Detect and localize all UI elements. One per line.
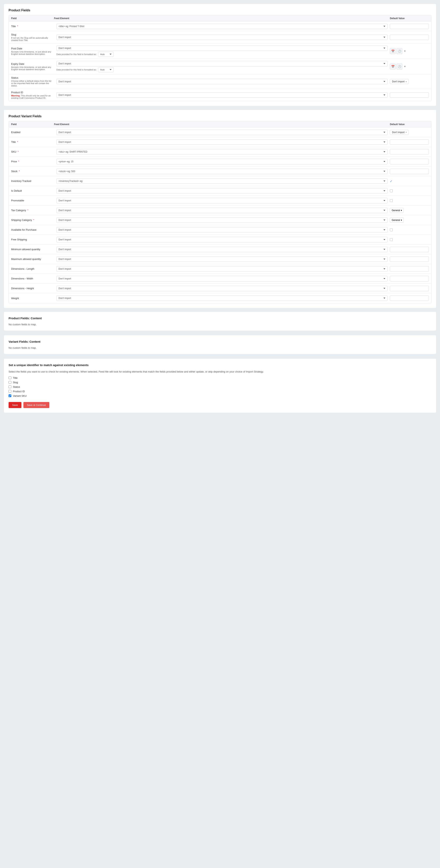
feed-select-max-qty[interactable]: Don't import — [56, 256, 387, 262]
uid-checkbox-slug[interactable] — [8, 381, 11, 384]
feed-element-shippingcategory[interactable]: Don't import — [54, 217, 390, 223]
feed-select-free-shipping[interactable]: Don't import — [56, 237, 387, 242]
feed-element-isdefault[interactable]: Don't import — [54, 188, 390, 194]
feed-select-weight[interactable]: Don't import — [56, 296, 387, 301]
shippingcategory-dropdown-btn[interactable]: General ▾ — [390, 218, 404, 223]
variant-header-field: Field — [11, 123, 54, 126]
product-fields-title: Product Fields — [8, 8, 432, 12]
default-value-promotable — [390, 199, 429, 202]
default-input-min-qty[interactable] — [390, 247, 429, 252]
enabled-dropdown-btn[interactable]: Don't import ▾ — [390, 130, 409, 135]
checkbox-free-shipping[interactable] — [390, 238, 393, 241]
clock-btn-expirydate[interactable]: 🕐 — [397, 64, 402, 69]
feed-select-productid[interactable]: Don't import — [56, 92, 387, 98]
default-input-title[interactable] — [390, 24, 429, 29]
feed-element-min-qty[interactable]: Don't import — [54, 247, 390, 252]
feed-element-postdate[interactable]: Don't import Data provided for this fiel… — [54, 45, 390, 57]
feed-select-status[interactable]: Don't import — [56, 79, 387, 84]
checkbox-promotable[interactable] — [390, 199, 393, 202]
feed-select-slug[interactable]: Don't import — [56, 35, 387, 40]
taxcategory-dropdown-btn[interactable]: General ▾ — [390, 208, 404, 213]
feed-element-max-qty[interactable]: Don't import — [54, 256, 390, 262]
variant-fields-content-no-fields: No custom fields to map. — [8, 346, 432, 349]
clear-btn-postdate[interactable]: × — [403, 49, 406, 53]
product-fields-content-no-fields: No custom fields to map. — [8, 323, 432, 326]
uid-checkbox-status[interactable] — [8, 385, 11, 388]
feed-select-dim-width[interactable]: Don't import — [56, 276, 387, 281]
table-row: Free Shipping Don't import — [9, 235, 431, 245]
feed-select-enabled[interactable]: Don't import — [56, 130, 387, 135]
default-input-productid[interactable] — [390, 92, 429, 98]
feed-select-shippingcategory[interactable]: Don't import — [56, 217, 387, 223]
feed-element-sku[interactable]: <sku> eg: SHIRT-PRINTED Don't import — [54, 149, 390, 155]
date-format-select-postdate[interactable]: Auto Unix Custom — [98, 52, 114, 57]
feed-select-stock[interactable]: <stock> eg: 500 Don't import — [56, 168, 387, 174]
feed-element-productid[interactable]: Don't import — [54, 92, 390, 98]
default-value-sku — [390, 149, 429, 155]
status-dropdown-btn[interactable]: Don't import ▾ — [390, 79, 409, 84]
feed-select-dim-height[interactable]: Don't import — [56, 286, 387, 291]
feed-element-expirydate[interactable]: Don't import Data provided for this fiel… — [54, 61, 390, 72]
save-button[interactable]: Save — [8, 402, 22, 408]
feed-select-dim-length[interactable]: Don't import — [56, 266, 387, 272]
feed-select-available-purchase[interactable]: Don't import — [56, 227, 387, 232]
list-item: Status — [8, 385, 432, 388]
date-format-select-expirydate[interactable]: Auto Unix Custom — [98, 67, 114, 72]
feed-select-inventory-tracked[interactable]: <inventoryTracked> eg: Don't import — [56, 178, 387, 184]
shippingcategory-label: General — [392, 219, 400, 221]
field-label-shippingcategory: Shipping Category * — [11, 219, 54, 221]
feed-select-expirydate[interactable]: Don't import — [56, 61, 387, 66]
uid-checkbox-variantsku[interactable] — [8, 394, 11, 397]
save-continue-button[interactable]: Save & Continue — [24, 402, 49, 408]
checkbox-isdefault[interactable] — [390, 189, 393, 192]
clock-btn-postdate[interactable]: 🕐 — [397, 48, 402, 54]
feed-element-free-shipping[interactable]: Don't import — [54, 237, 390, 242]
calendar-btn-expirydate[interactable]: 📅 — [390, 64, 396, 69]
feed-element-dim-length[interactable]: Don't import — [54, 266, 390, 272]
feed-element-enabled[interactable]: Don't import — [54, 130, 390, 135]
feed-select-promotable[interactable]: Don't import — [56, 198, 387, 203]
feed-element-weight[interactable]: Don't import — [54, 296, 390, 301]
default-input-sku[interactable] — [390, 149, 429, 155]
feed-select-min-qty[interactable]: Don't import — [56, 247, 387, 252]
feed-element-slug[interactable]: Don't import — [54, 35, 390, 40]
feed-select-variant-title[interactable]: Don't import — [56, 140, 387, 145]
default-value-expirydate: 📅 🕐 × — [390, 64, 429, 69]
default-input-slug[interactable] — [390, 35, 429, 40]
feed-select-isdefault[interactable]: Don't import — [56, 188, 387, 194]
feed-select-title[interactable]: <title> eg: Printed T-Shirt Don't import — [56, 24, 387, 29]
checkbox-available-purchase[interactable] — [390, 228, 393, 231]
uid-checkbox-productid[interactable] — [8, 390, 11, 393]
calendar-btn-postdate[interactable]: 📅 — [390, 48, 396, 54]
feed-select-sku[interactable]: <sku> eg: SHIRT-PRINTED Don't import — [56, 149, 387, 155]
feed-select-price[interactable]: <price> eg: 15 Don't import — [56, 159, 387, 164]
feed-element-available-purchase[interactable]: Don't import — [54, 227, 390, 232]
field-label-status: Status Choose either a default status fr… — [11, 76, 54, 87]
default-input-variant-title[interactable] — [390, 140, 429, 145]
field-label-inventory-tracked: Inventory Tracked — [11, 180, 54, 182]
default-input-dim-length[interactable] — [390, 266, 429, 272]
chevron-down-icon: ▾ — [401, 219, 402, 221]
default-input-dim-height[interactable] — [390, 286, 429, 291]
default-input-price[interactable] — [390, 159, 429, 164]
feed-element-promotable[interactable]: Don't import — [54, 198, 390, 203]
feed-element-inventory-tracked[interactable]: <inventoryTracked> eg: Don't import — [54, 178, 390, 184]
feed-element-variant-title[interactable]: Don't import — [54, 140, 390, 145]
feed-element-price[interactable]: <price> eg: 15 Don't import — [54, 159, 390, 164]
feed-element-taxcategory[interactable]: Don't import — [54, 208, 390, 213]
default-input-stock[interactable] — [390, 168, 429, 174]
clear-btn-expirydate[interactable]: × — [403, 64, 406, 69]
unique-identifier-title: Set a unique identifier to match against… — [8, 363, 432, 367]
feed-element-status[interactable]: Don't import — [54, 79, 390, 84]
datetime-group-postdate: 📅 🕐 × — [390, 48, 406, 54]
feed-element-title[interactable]: <title> eg: Printed T-Shirt Don't import — [54, 24, 390, 29]
default-input-dim-width[interactable] — [390, 276, 429, 281]
default-input-max-qty[interactable] — [390, 256, 429, 262]
uid-checkbox-title[interactable] — [8, 376, 11, 379]
feed-element-dim-height[interactable]: Don't import — [54, 286, 390, 291]
feed-element-dim-width[interactable]: Don't import — [54, 276, 390, 281]
feed-select-postdate[interactable]: Don't import — [56, 45, 387, 51]
feed-element-stock[interactable]: <stock> eg: 500 Don't import — [54, 168, 390, 174]
feed-select-taxcategory[interactable]: Don't import — [56, 208, 387, 213]
default-input-weight[interactable] — [390, 296, 429, 301]
